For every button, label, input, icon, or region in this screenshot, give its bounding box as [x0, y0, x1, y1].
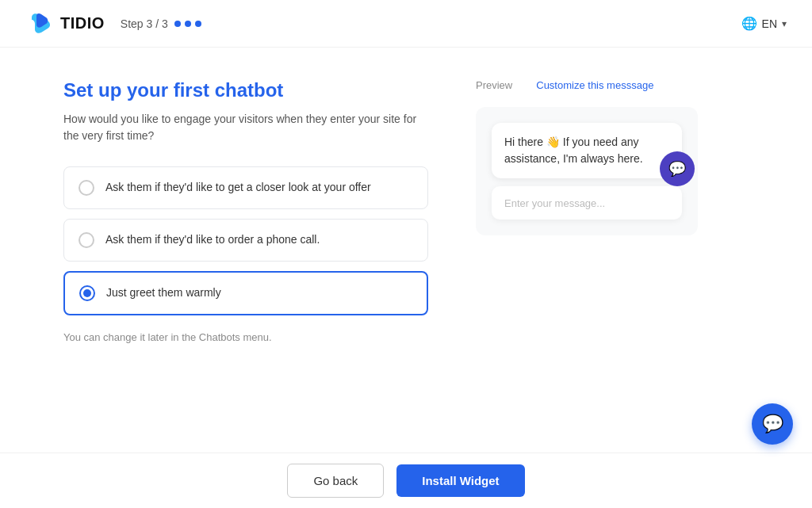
chat-bubble-text: Hi there 👋 If you need any assistance, I… [504, 134, 669, 167]
tidio-logo-icon [25, 10, 54, 38]
install-widget-button[interactable]: Install Widget [396, 464, 524, 497]
option-card-3[interactable]: Just greet them warmly [63, 271, 428, 315]
header: TIDIO Step 3 / 3 🌐 EN ▾ [0, 0, 812, 48]
logo: TIDIO [25, 10, 105, 38]
preview-label: Preview [476, 79, 512, 91]
step-dots [174, 21, 201, 27]
option-label-2: Ask them if they'd like to order a phone… [105, 232, 320, 248]
step-indicator: Step 3 / 3 [121, 17, 201, 30]
radio-option-3 [79, 285, 95, 301]
floating-chat-button[interactable]: 💬 [752, 403, 793, 445]
radio-option-1 [79, 180, 94, 196]
left-panel: Set up your first chatbot How would you … [63, 79, 428, 437]
chat-preview: Hi there 👋 If you need any assistance, I… [476, 107, 698, 235]
option-label-3: Just greet them warmly [106, 285, 221, 301]
preview-header: Preview Customize this messsage [476, 79, 764, 91]
radio-option-2 [79, 232, 94, 248]
go-back-button[interactable]: Go back [287, 464, 384, 498]
right-panel: Preview Customize this messsage Hi there… [476, 79, 764, 437]
header-left: TIDIO Step 3 / 3 [25, 10, 201, 38]
page-title: Set up your first chatbot [63, 79, 428, 101]
hint-text: You can change it later in the Chatbots … [63, 331, 428, 343]
option-label-1: Ask them if they'd like to get a closer … [105, 180, 371, 196]
chat-input-area[interactable]: Enter your message... [492, 186, 682, 220]
step-text: Step 3 / 3 [121, 17, 168, 30]
page-subtitle: How would you like to engage your visito… [63, 111, 428, 144]
chevron-down-icon: ▾ [782, 18, 787, 29]
radio-inner-3 [83, 289, 91, 297]
chat-avatar: 💬 [660, 151, 695, 186]
floating-chat-icon: 💬 [762, 414, 783, 434]
main-content: Set up your first chatbot How would you … [0, 48, 812, 453]
globe-icon: 🌐 [741, 16, 757, 31]
dot-3 [195, 21, 201, 27]
options-list: Ask them if they'd like to get a closer … [63, 166, 428, 315]
dot-1 [174, 21, 181, 27]
chat-avatar-icon: 💬 [668, 160, 686, 178]
footer: Go back Install Widget [0, 453, 812, 508]
lang-text: EN [762, 17, 777, 30]
dot-2 [185, 21, 191, 27]
customize-link[interactable]: Customize this messsage [536, 79, 653, 91]
chat-bubble: Hi there 👋 If you need any assistance, I… [492, 123, 682, 178]
option-card-2[interactable]: Ask them if they'd like to order a phone… [63, 219, 428, 262]
language-selector[interactable]: 🌐 EN ▾ [741, 16, 787, 31]
logo-text: TIDIO [60, 14, 105, 32]
chat-input-placeholder: Enter your message... [504, 197, 605, 209]
option-card-1[interactable]: Ask them if they'd like to get a closer … [63, 166, 428, 209]
